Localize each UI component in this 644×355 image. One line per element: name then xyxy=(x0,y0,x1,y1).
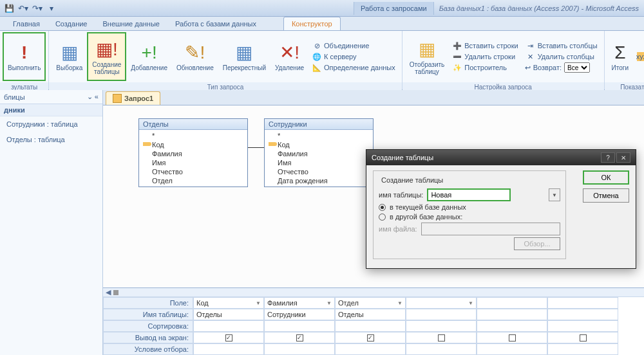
field-otchestvo[interactable]: Отчество xyxy=(267,167,370,176)
grid-cell[interactable] xyxy=(477,297,547,309)
table-names-button[interactable]: xyzИме xyxy=(636,51,644,62)
field-star[interactable]: * xyxy=(142,131,245,140)
field-star[interactable]: * xyxy=(267,131,370,140)
grid-cell-show[interactable]: ✓ xyxy=(193,332,264,343)
dropdown-button[interactable]: ▼ xyxy=(549,188,560,201)
union-button[interactable]: ⊘Объединение xyxy=(311,41,397,51)
grid-cell[interactable] xyxy=(547,343,618,355)
chevron-down-icon: ▼ xyxy=(256,300,261,306)
checkbox-icon: ✓ xyxy=(225,334,232,341)
nav-header[interactable]: блицы⌄ « xyxy=(0,90,102,104)
close-button[interactable]: ✕ xyxy=(616,152,630,163)
grid-cell[interactable] xyxy=(335,320,406,332)
grid-cell[interactable] xyxy=(406,320,477,332)
row-label-criteria: Условие отбора: xyxy=(103,343,193,355)
insert-rows-button[interactable]: ➕Вставить строки xyxy=(451,41,519,51)
grid-cell[interactable]: Код▼ xyxy=(193,297,264,309)
update-query-button[interactable]: ✎!Обновление xyxy=(172,32,218,81)
insert-columns-button[interactable]: ⇥Вставить столбцы xyxy=(525,41,599,51)
grid-cell[interactable]: Фамилия▼ xyxy=(264,297,335,309)
tab-database-tools[interactable]: Работа с базами данных xyxy=(167,17,264,30)
cancel-button[interactable]: Отмена xyxy=(583,188,629,203)
ok-button[interactable]: ОК xyxy=(583,170,629,185)
field-imya[interactable]: Имя xyxy=(267,158,370,167)
query-icon xyxy=(113,94,122,103)
nav-item-sotrudniki[interactable]: Сотрудники : таблица xyxy=(0,116,102,132)
table-box-sotrudniki[interactable]: Сотрудники * Код Фамилия Имя Отчество Да… xyxy=(264,118,374,187)
grid-cell[interactable] xyxy=(193,343,264,355)
grid-cell[interactable]: Отделы xyxy=(193,309,264,320)
table-name-input[interactable] xyxy=(427,188,511,201)
delete-columns-button[interactable]: ✕Удалить столбцы xyxy=(525,51,599,62)
grid-scroll-bar[interactable]: ◀ xyxy=(103,288,644,297)
qat-customize-icon[interactable]: ▾ xyxy=(45,2,58,15)
append-query-button[interactable]: +!Добавление xyxy=(126,32,172,81)
grid-cell-show[interactable] xyxy=(477,332,547,343)
field-imya[interactable]: Имя xyxy=(142,158,245,167)
make-table-dialog: Создание таблицы ? ✕ ОК Отмена Создание … xyxy=(366,149,636,269)
data-definition-button[interactable]: 📐Определение данных xyxy=(311,62,397,73)
dialog-title-bar[interactable]: Создание таблицы ? ✕ xyxy=(366,150,636,165)
radio-current-db[interactable] xyxy=(379,204,386,211)
field-data-rozh[interactable]: Дата рождения xyxy=(267,176,370,185)
plus-exclaim-icon: +! xyxy=(142,42,157,63)
totals-button[interactable]: ΣИтоги xyxy=(607,32,633,81)
nav-group[interactable]: дники xyxy=(0,104,102,116)
grid-cell[interactable]: Отдел▼ xyxy=(335,297,406,309)
delete-query-button[interactable]: ✕!Удаление xyxy=(270,32,308,81)
delete-rows-button[interactable]: ➖Удалить строки xyxy=(451,51,519,62)
table-box-otdely[interactable]: Отделы * Код Фамилия Имя Отчество Отдел xyxy=(138,118,248,187)
grid-cell[interactable] xyxy=(406,309,477,320)
save-icon[interactable]: 💾 xyxy=(3,2,15,15)
grid-cell[interactable]: Отделы xyxy=(335,309,406,320)
nav-item-otdely[interactable]: Отделы : таблица xyxy=(0,132,102,147)
chevron-down-icon: ▼ xyxy=(468,300,473,306)
passthrough-button[interactable]: 🌐К серверу xyxy=(311,51,397,62)
field-familiya[interactable]: Фамилия xyxy=(267,149,370,158)
tab-external-data[interactable]: Внешние данные xyxy=(95,17,167,30)
grid-cell[interactable] xyxy=(335,343,406,355)
undo-icon[interactable]: ↶▾ xyxy=(17,2,30,15)
make-table-query-button[interactable]: ▦!Создание таблицы xyxy=(87,32,126,81)
builder-button[interactable]: ✨Построитель xyxy=(451,62,519,73)
select-query-button[interactable]: ▦Выборка xyxy=(52,32,87,81)
query-design-grid: Поле: Код▼ Фамилия▼ Отдел▼ ▼ Имя таблицы… xyxy=(103,297,644,355)
chevron-icon: ⌄ « xyxy=(87,93,99,101)
grid-cell[interactable] xyxy=(477,343,547,355)
tab-home[interactable]: Главная xyxy=(5,17,48,30)
field-kod[interactable]: Код xyxy=(267,140,370,149)
field-familiya[interactable]: Фамилия xyxy=(142,149,245,158)
tab-create[interactable]: Создание xyxy=(48,17,95,30)
grid-cell[interactable] xyxy=(547,297,618,309)
grid-cell[interactable] xyxy=(264,343,335,355)
return-selector[interactable]: ↩ Возврат: Все xyxy=(525,62,599,73)
grid-cell[interactable] xyxy=(477,309,547,320)
grid-cell-show[interactable]: ✓ xyxy=(264,332,335,343)
grid-cell-show[interactable] xyxy=(406,332,477,343)
radio-other-db[interactable] xyxy=(379,214,386,221)
grid-cell[interactable] xyxy=(477,320,547,332)
document-tab-query1[interactable]: Запрос1 xyxy=(106,91,160,105)
run-button[interactable]: ! Выполнить xyxy=(3,32,46,81)
show-table-button[interactable]: ▦Отобразить таблицу xyxy=(405,32,450,81)
file-label: имя файла: xyxy=(379,225,417,233)
grid-cell-show[interactable]: ✓ xyxy=(335,332,406,343)
field-otchestvo[interactable]: Отчество xyxy=(142,167,245,176)
grid-cell[interactable]: Сотрудники xyxy=(264,309,335,320)
grid-cell[interactable] xyxy=(547,320,618,332)
crosstab-query-button[interactable]: ▦Перекрестный xyxy=(218,32,270,81)
grid-cell[interactable]: ▼ xyxy=(406,297,477,309)
grid-cell[interactable] xyxy=(547,309,618,320)
grid-cell[interactable] xyxy=(264,320,335,332)
fieldset-legend: Создание таблицы xyxy=(379,176,446,184)
tab-design[interactable]: Конструктор xyxy=(283,17,341,30)
redo-icon[interactable]: ↷▾ xyxy=(31,2,44,15)
grid-cell-show[interactable] xyxy=(547,332,618,343)
grid-cell[interactable] xyxy=(193,320,264,332)
field-otdel[interactable]: Отдел xyxy=(142,176,245,185)
field-kod[interactable]: Код xyxy=(142,140,245,149)
join-line[interactable] xyxy=(248,147,264,148)
return-dropdown[interactable]: Все xyxy=(564,62,590,73)
grid-cell[interactable] xyxy=(406,343,477,355)
help-button[interactable]: ? xyxy=(601,152,615,163)
